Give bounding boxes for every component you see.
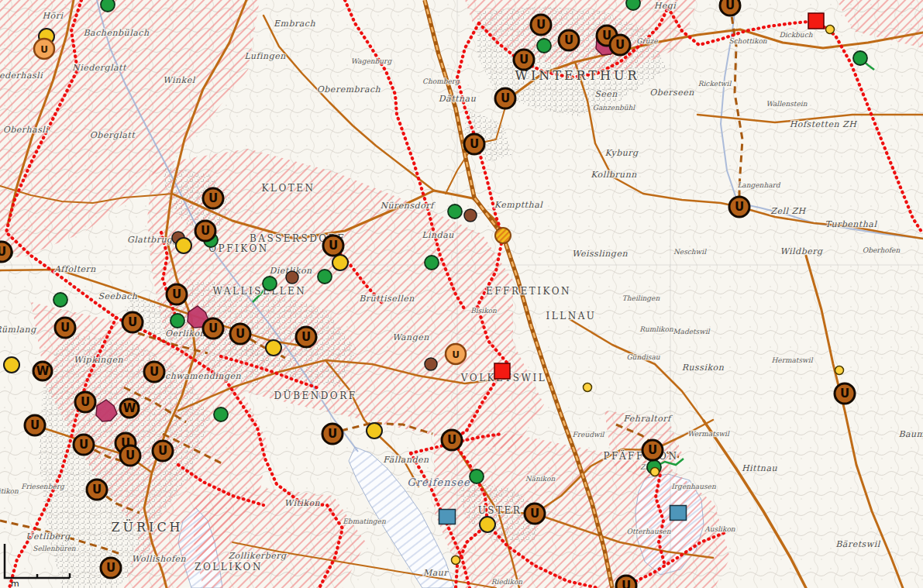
place-label: Zollikerberg	[228, 551, 288, 561]
place-label: Fällanden	[383, 455, 429, 465]
place-label: EFFRETIKON	[486, 286, 571, 297]
green-site-marker[interactable]	[170, 314, 184, 328]
blue-square-marker[interactable]	[670, 506, 687, 521]
place-label: ZÜRICH	[111, 519, 183, 535]
yellow-site-marker[interactable]	[480, 517, 495, 532]
marker-letter: U	[447, 433, 456, 447]
place-label: Dättnau	[439, 94, 477, 104]
green-site-marker[interactable]	[101, 0, 115, 12]
yellow-site-marker[interactable]	[367, 423, 382, 438]
green-site-marker[interactable]	[318, 270, 332, 284]
place-label: Embrach	[274, 19, 315, 29]
marker-letter: U	[501, 91, 510, 105]
yellow-dot-marker[interactable]	[584, 383, 592, 392]
place-label: Fehraltorf	[623, 414, 673, 424]
brown-site-marker[interactable]	[425, 358, 437, 370]
place-label: Bauma	[898, 429, 923, 439]
marker-letter: U	[201, 224, 210, 238]
place-label: Freudwil	[573, 431, 605, 438]
place-label: PFÄFFIKON	[604, 449, 679, 462]
green-site-marker[interactable]	[425, 256, 439, 270]
place-label: Seen	[594, 89, 618, 99]
place-label: Lindau	[422, 230, 454, 240]
marker-letter: U	[126, 449, 135, 462]
red-square-marker[interactable]	[808, 13, 824, 29]
marker-letter: U	[329, 239, 338, 253]
place-label: Wildberg	[780, 246, 824, 256]
green-site-marker[interactable]	[470, 469, 484, 483]
place-label: Oberseen	[649, 88, 694, 98]
marker-letter: U	[301, 330, 311, 344]
green-site-marker[interactable]	[626, 0, 640, 10]
place-label: Theilingen	[622, 294, 660, 302]
place-label: Uitikon	[0, 487, 19, 495]
place-label: Bäretswil	[835, 539, 880, 549]
green-site-marker[interactable]	[853, 51, 867, 65]
marker-letter: U	[530, 507, 539, 521]
place-label: Otterhausen	[627, 528, 671, 535]
marker-letter: U	[30, 418, 40, 432]
yellow-dot-marker[interactable]	[826, 26, 835, 34]
place-label: Bisikon	[470, 307, 497, 315]
marker-letter: U	[615, 38, 625, 52]
yellow-site-marker[interactable]	[266, 340, 281, 356]
place-label: Nänikon	[525, 475, 556, 483]
place-label: Dickbuch	[780, 31, 813, 39]
marker-letter: W	[123, 401, 136, 415]
place-label: Russikon	[682, 363, 725, 373]
striped-site-marker[interactable]	[495, 228, 511, 243]
marker-letter: U	[564, 33, 573, 47]
place-label: Schwamendingen	[159, 371, 241, 381]
place-label: Uetliberg	[26, 531, 71, 542]
place-label: Auslikon	[704, 525, 735, 533]
place-label: Bachenbülach	[84, 28, 150, 38]
marker-letter: U	[60, 321, 70, 335]
place-label: Hofstetten ZH	[790, 119, 857, 129]
place-label: Wollishofen	[132, 554, 187, 564]
green-site-marker[interactable]	[537, 39, 551, 53]
place-label: Zell ZH	[770, 206, 806, 216]
green-site-marker[interactable]	[214, 407, 228, 421]
marker-letter: U	[236, 327, 245, 341]
place-label: Wagenburg	[351, 57, 393, 65]
marker-letter: U	[328, 427, 337, 441]
place-label: Niederhasli	[0, 70, 43, 81]
place-label: Nürensdorf	[380, 201, 436, 211]
place-label: Wangen	[392, 332, 429, 342]
marker-letter: U	[452, 349, 460, 360]
place-label: Rümlang	[0, 325, 37, 335]
place-label: Niederglatt	[72, 63, 127, 73]
blue-square-marker[interactable]	[439, 510, 456, 524]
place-label: DÜBENDORF	[274, 389, 356, 401]
marker-letter: U	[128, 315, 137, 329]
brown-site-marker[interactable]	[464, 209, 477, 222]
place-label: Turbenthal	[825, 219, 878, 229]
place-label: Affoltern	[53, 264, 96, 274]
place-label: Grüze	[636, 37, 658, 45]
marker-letter: U	[0, 245, 6, 259]
place-label: Riedikon	[491, 578, 522, 586]
map-viewport[interactable]: WINTERTHURZÜRICHKLOTENBASSERSDORFOPFIKON…	[0, 0, 923, 588]
yellow-dot-marker[interactable]	[651, 468, 660, 476]
yellow-site-marker[interactable]	[332, 255, 348, 270]
marker-letter: U	[106, 561, 115, 575]
scale-bar-unit: m	[11, 579, 19, 588]
place-label: OPFIKON	[208, 243, 268, 254]
place-label: Langenhard	[737, 181, 780, 189]
place-label: WALLISELLEN	[213, 286, 307, 297]
green-site-marker[interactable]	[53, 293, 67, 307]
brown-site-marker[interactable]	[286, 271, 298, 284]
green-site-marker[interactable]	[448, 205, 462, 218]
yellow-site-marker[interactable]	[176, 238, 191, 253]
place-label: Kemptthal	[494, 200, 543, 210]
place-label: Chomberg	[422, 77, 460, 85]
red-square-marker[interactable]	[494, 363, 510, 379]
place-label: Ganzenbühl	[593, 104, 636, 112]
green-site-marker[interactable]	[263, 277, 277, 291]
place-label: Oberhofen	[863, 246, 901, 254]
place-label: Maur	[423, 568, 449, 578]
place-label: Hermatswil	[771, 356, 813, 364]
yellow-dot-marker[interactable]	[452, 556, 460, 565]
yellow-site-marker[interactable]	[4, 357, 19, 373]
yellow-dot-marker[interactable]	[835, 366, 844, 375]
